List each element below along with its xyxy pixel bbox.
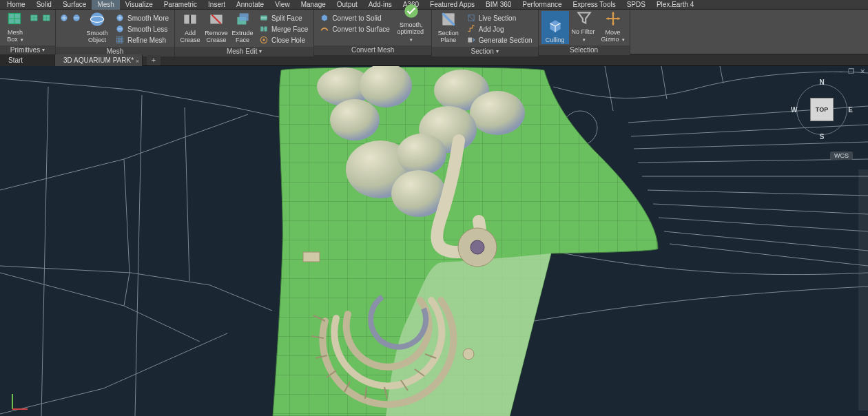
ribbon-panel-section: SectionPlaneLive SectionAdd JogGenerate … [432,10,539,54]
svg-point-26 [330,99,380,141]
generate-section-button[interactable]: Generate Section [464,34,535,45]
split-face-icon [259,13,269,23]
move-gizmo-button[interactable]: MoveGizmo ▾ [599,11,627,44]
smooth-object-button[interactable]: SmoothObject [83,11,111,44]
smooth-optimized-button[interactable]: Smooth,optimized ▾ [394,11,428,44]
menu-item-spds[interactable]: SPDS [621,0,651,10]
extrude-face-button[interactable]: ExtrudeFace [230,11,255,44]
svg-rect-15 [260,27,263,32]
button-label: Convert to Solid [332,14,381,22]
ribbon-panel-title[interactable]: Mesh Edit▾ [175,47,313,56]
button-label: Culling [546,37,565,43]
menu-item-performance[interactable]: Performance [517,0,567,10]
navigation-bar[interactable] [858,169,868,410]
ribbon-panel-convert-mesh: Convert to SolidConvert to SurfaceSmooth… [314,10,431,54]
viewcube-north[interactable]: N [819,79,824,86]
chevron-down-icon: ▾ [496,47,499,56]
viewcube[interactable]: N S E W TOP [791,79,853,141]
no-filter-button[interactable]: No Filter ▾ [570,11,598,44]
menu-item-plex-earth-4[interactable]: Plex.Earth 4 [651,0,699,10]
smooth-more-mini-icon[interactable] [59,12,70,23]
primitive-variant-icon[interactable] [29,12,40,23]
merge-face-icon [259,24,269,34]
menu-item-annotate[interactable]: Annotate [231,0,269,10]
mesh-box-button[interactable]: Mesh Box ▾ [3,11,28,44]
merge-face-button[interactable]: Merge Face [256,23,311,34]
button-label: SmoothObject [86,30,107,43]
menu-item-insert[interactable]: Insert [203,0,231,10]
svg-rect-16 [265,27,267,32]
menu-item-surface[interactable]: Surface [57,0,92,10]
refine-mesh-button[interactable]: Refine Mesh [112,34,172,45]
menu-item-visualize[interactable]: Visualize [120,0,158,10]
button-label: AddCrease [180,30,200,43]
viewcube-east[interactable]: E [848,106,853,114]
viewcube-west[interactable]: W [791,106,797,114]
tab-active-document[interactable]: 3D AQUARIUM PARK* × [55,54,143,66]
svg-point-28 [470,91,525,135]
svg-rect-46 [303,252,320,262]
menu-item-bim-360[interactable]: BIM 360 [480,0,517,10]
chevron-down-icon: ▾ [19,37,23,42]
menu-item-featured-apps[interactable]: Featured Apps [424,0,480,10]
chevron-down-icon: ▾ [259,47,262,56]
section-plane-button[interactable]: SectionPlane [435,11,462,44]
ribbon-panel-title[interactable]: Section▾ [432,47,538,56]
add-crease-button[interactable]: AddCrease [178,11,203,44]
svg-rect-13 [240,13,249,21]
culling-icon [546,17,565,35]
convert-to-solid-button[interactable]: Convert to Solid [317,12,392,23]
primitive-variant-icon[interactable] [41,12,52,23]
drawing-canvas [0,66,868,416]
convert-to-surface-button[interactable]: Convert to Surface [317,23,392,34]
tab-start[interactable]: Start [0,54,55,66]
menu-item-home[interactable]: Home [1,0,31,10]
menu-item-add-ins[interactable]: Add-ins [363,0,397,10]
menu-item-view[interactable]: View [269,0,296,10]
menu-item-mesh[interactable]: Mesh [92,0,119,10]
ribbon-panel-selection: CullingNo Filter ▾MoveGizmo ▾Selection [539,10,630,54]
chevron-down-icon: ▾ [621,37,625,42]
menu-item-express-tools[interactable]: Express Tools [568,0,621,10]
svg-point-18 [262,39,265,41]
button-label: RemoveCrease [205,30,228,43]
chevron-down-icon: ▾ [410,37,413,42]
svg-point-34 [471,240,484,254]
ucs-icon [10,391,30,412]
button-label: SectionPlane [438,30,459,43]
button-label: Mesh Box ▾ [4,29,26,43]
smooth-more-button[interactable]: Smooth More [112,12,172,23]
close-hole-icon [259,35,269,45]
viewcube-south[interactable]: S [820,133,825,141]
svg-point-45 [463,349,474,360]
ribbon-panel-mesh: SmoothObjectSmooth MoreSmooth LessRefine… [56,10,175,54]
wcs-badge[interactable]: WCS [830,152,853,160]
tab-close-icon[interactable]: × [136,56,139,67]
smooth-opt-icon [402,2,421,20]
add-jog-button[interactable]: Add Jog [464,23,535,34]
menu-item-output[interactable]: Output [331,0,363,10]
viewcube-face[interactable]: TOP [810,98,834,121]
split-face-button[interactable]: Split Face [256,12,311,23]
culling-button[interactable]: Culling [541,11,569,44]
button-label: Refine Mesh [127,37,166,44]
generate-section-icon [466,35,476,45]
extrude-face-icon [233,10,252,28]
move-gizmo-icon [603,10,623,28]
viewport[interactable]: – ❐ ✕ [0,66,868,416]
add-crease-icon [180,10,200,28]
tab-add-button[interactable]: + [147,55,161,65]
smooth-object-icon [87,10,107,28]
live-section-button[interactable]: Live Section [464,12,535,23]
smooth-less-mini-icon[interactable] [71,12,82,23]
close-hole-button[interactable]: Close Hole [256,34,311,45]
menu-item-manage[interactable]: Manage [296,0,331,10]
smooth-less-button[interactable]: Smooth Less [112,23,172,34]
smooth-more-icon [115,13,125,23]
menu-item-parametric[interactable]: Parametric [158,0,203,10]
menu-item-solid[interactable]: Solid [31,0,57,10]
button-label: ExtrudeFace [232,30,254,43]
remove-crease-button[interactable]: RemoveCrease [204,11,229,44]
button-label: No Filter ▾ [572,28,597,43]
svg-point-31 [397,134,446,175]
